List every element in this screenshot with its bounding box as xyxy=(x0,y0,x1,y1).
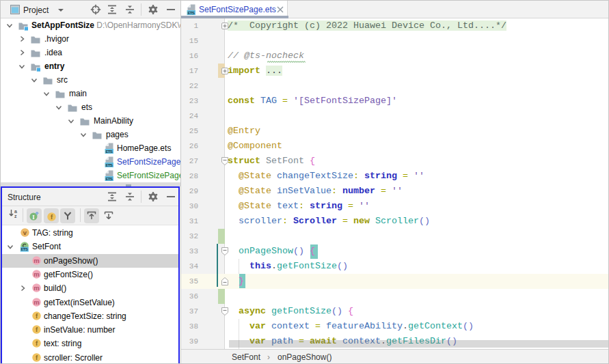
svg-text:a: a xyxy=(14,209,17,214)
svg-text:m: m xyxy=(33,257,39,264)
svg-text:ETS: ETS xyxy=(21,248,27,252)
svg-text:ETS: ETS xyxy=(105,149,113,154)
svg-text:ETS: ETS xyxy=(105,176,113,181)
svg-text:ETS: ETS xyxy=(187,10,195,15)
svg-text:z: z xyxy=(14,214,17,219)
svg-text:I: I xyxy=(32,214,35,221)
svg-text:m: m xyxy=(33,298,39,306)
svg-text:v: v xyxy=(23,229,27,236)
svg-text:m: m xyxy=(33,270,39,278)
svg-text:ETS: ETS xyxy=(105,163,113,167)
svg-text:m: m xyxy=(33,284,39,292)
